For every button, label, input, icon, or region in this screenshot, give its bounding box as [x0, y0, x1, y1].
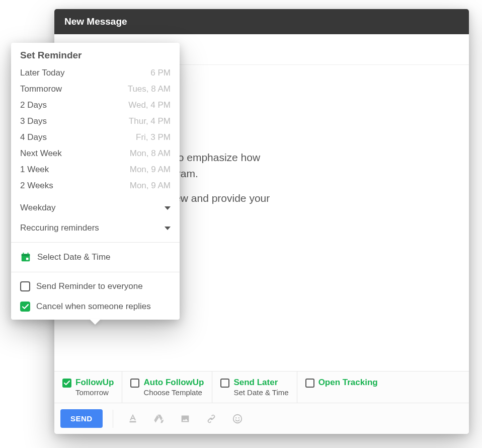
- text-format-icon[interactable]: [127, 413, 138, 424]
- preset-label: 2 Days: [20, 100, 47, 110]
- weekday-label: Weekday: [20, 203, 56, 213]
- preset-label: 2 Weeks: [20, 181, 53, 191]
- send-everyone-label: Send Reminder to everyone: [36, 281, 143, 291]
- checkbox-icon: [220, 379, 229, 388]
- preset-row[interactable]: Later Today6 PM: [11, 65, 180, 81]
- send-later-toggle[interactable]: Send Later Set Date & Time: [212, 371, 297, 403]
- recurring-label: Reccuring reminders: [20, 223, 99, 233]
- send-later-title: Send Later: [233, 378, 288, 388]
- chevron-down-icon: [165, 227, 171, 230]
- checkbox-icon: [20, 281, 30, 291]
- preset-row[interactable]: Next WeekMon, 8 AM: [11, 145, 180, 162]
- followup-title: FollowUp: [75, 378, 114, 388]
- image-icon[interactable]: [180, 413, 191, 424]
- cancel-reply-label: Cancel when someone replies: [36, 302, 151, 312]
- weekday-dropdown[interactable]: Weekday: [11, 198, 180, 218]
- followup-toggle[interactable]: FollowUp Tomorrow: [54, 371, 122, 403]
- auto-followup-toggle[interactable]: Auto FollowUp Choose Template: [122, 371, 212, 403]
- drive-icon[interactable]: [153, 413, 165, 424]
- preset-label: Next Week: [20, 148, 62, 159]
- auto-followup-sub: Choose Template: [143, 388, 204, 397]
- preset-time: Mon, 9 AM: [130, 181, 171, 191]
- svg-rect-5: [26, 258, 29, 260]
- preset-time: Thur, 4 PM: [129, 116, 171, 126]
- svg-point-2: [238, 417, 239, 418]
- preset-label: Tommorow: [20, 84, 62, 94]
- compose-toolbar: SEND: [54, 403, 469, 434]
- checkbox-checked-icon: [20, 302, 30, 312]
- chevron-down-icon: [165, 206, 171, 210]
- link-icon[interactable]: [206, 413, 217, 424]
- svg-point-0: [233, 414, 242, 423]
- window-title: New Message: [64, 16, 127, 27]
- set-reminder-popover: Set Reminder Later Today6 PMTommorowTues…: [11, 43, 180, 320]
- cancel-reply-option[interactable]: Cancel when someone replies: [11, 296, 180, 320]
- popover-title: Set Reminder: [11, 43, 180, 65]
- divider: [11, 242, 180, 243]
- send-later-sub: Set Date & Time: [233, 388, 288, 397]
- select-dt-label: Select Date & Time: [37, 252, 111, 262]
- select-date-time-option[interactable]: Select Date & Time: [11, 247, 180, 268]
- preset-label: 1 Week: [20, 165, 49, 175]
- preset-row[interactable]: 1 WeekMon, 9 AM: [11, 162, 180, 178]
- preset-list: Later Today6 PMTommorowTues, 8 AM2 DaysW…: [11, 65, 180, 194]
- preset-row[interactable]: 2 DaysWed, 4 PM: [11, 97, 180, 113]
- preset-time: Mon, 9 AM: [130, 165, 171, 175]
- preset-time: Wed, 4 PM: [128, 100, 171, 110]
- preset-row[interactable]: 2 WeeksMon, 9 AM: [11, 178, 180, 194]
- calendar-icon: [20, 252, 31, 263]
- window-titlebar[interactable]: New Message: [54, 9, 469, 34]
- svg-point-1: [235, 417, 236, 418]
- auto-followup-title: Auto FollowUp: [143, 378, 204, 388]
- svg-rect-4: [22, 254, 30, 256]
- preset-label: 4 Days: [20, 132, 47, 142]
- recurring-dropdown[interactable]: Reccuring reminders: [11, 218, 180, 238]
- preset-row[interactable]: TommorowTues, 8 AM: [11, 81, 180, 97]
- preset-time: Tues, 8 AM: [128, 84, 171, 94]
- send-everyone-option[interactable]: Send Reminder to everyone: [11, 276, 180, 296]
- preset-label: Later Today: [20, 68, 65, 78]
- checkbox-icon: [305, 379, 314, 388]
- svg-rect-7: [28, 253, 29, 255]
- emoji-icon[interactable]: [232, 413, 243, 424]
- open-tracking-title: Open Tracking: [318, 378, 378, 388]
- toolbar-separator: [113, 410, 113, 428]
- followup-sub: Tomorrow: [75, 388, 114, 397]
- preset-row[interactable]: 3 DaysThur, 4 PM: [11, 113, 180, 129]
- action-row: FollowUp Tomorrow Auto FollowUp Choose T…: [54, 371, 469, 403]
- preset-time: Fri, 3 PM: [136, 132, 171, 142]
- followup-checkbox-icon: [62, 379, 71, 388]
- open-tracking-toggle[interactable]: Open Tracking: [297, 371, 386, 403]
- send-button[interactable]: SEND: [60, 409, 103, 428]
- divider: [11, 272, 180, 272]
- preset-label: 3 Days: [20, 116, 47, 126]
- checkbox-icon: [130, 379, 139, 388]
- preset-time: 6 PM: [150, 68, 171, 78]
- preset-row[interactable]: 4 DaysFri, 3 PM: [11, 129, 180, 145]
- preset-time: Mon, 8 AM: [130, 148, 171, 159]
- svg-rect-6: [23, 253, 24, 255]
